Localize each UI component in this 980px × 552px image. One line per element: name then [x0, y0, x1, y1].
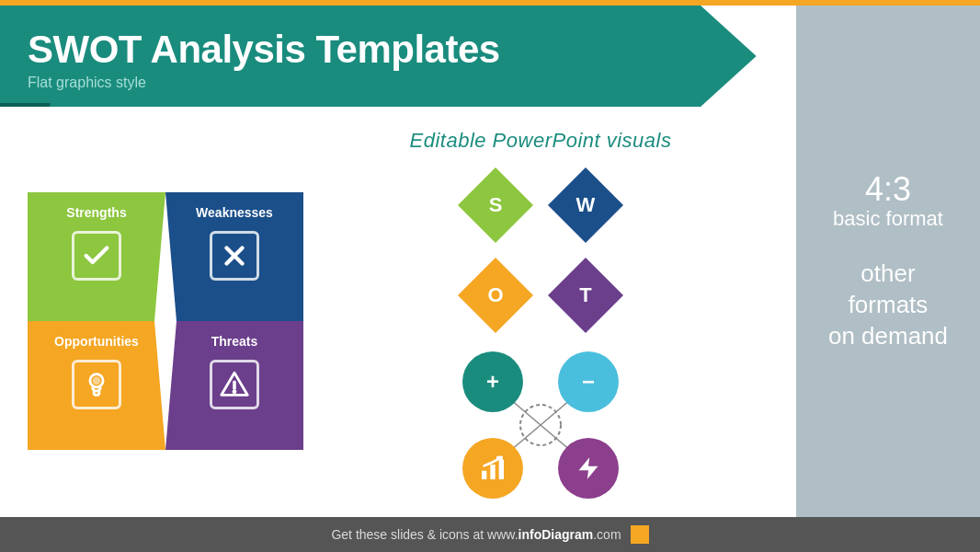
- banner-subtitle: Flat graphics style: [28, 75, 769, 91]
- threats-icon-box: [210, 360, 259, 409]
- svg-point-9: [520, 405, 561, 445]
- diamond-t: T: [548, 258, 623, 333]
- swot-cell-opportunities: Opportunities: [28, 321, 165, 450]
- warning-icon: [219, 369, 250, 400]
- strengths-icon-box: [72, 231, 121, 281]
- svg-line-10: [510, 399, 541, 425]
- diamond-s: S: [458, 167, 533, 243]
- sidebar-ratio: 4:3: [865, 171, 911, 208]
- opportunities-icon-box: [72, 360, 121, 409]
- right-visuals: Editable PowerPoint visuals S W O T: [303, 116, 778, 517]
- weaknesses-label: Weaknesses: [196, 205, 273, 220]
- footer-bar: Get these slides & icons at www.infoDiag…: [0, 517, 980, 552]
- sidebar-other: otherformatson demand: [828, 259, 948, 351]
- svg-rect-14: [482, 471, 486, 479]
- swot-grid: Strengths Weaknesses: [28, 192, 303, 450]
- threats-label: Threats: [211, 334, 258, 349]
- svg-rect-16: [499, 460, 504, 479]
- circles-cluster: + −: [462, 351, 619, 499]
- swot-grid-container: Strengths Weaknesses: [28, 125, 303, 517]
- diamond-container: S W O T: [458, 167, 623, 333]
- bulb-icon: [81, 369, 112, 400]
- circle-plus: +: [462, 351, 523, 412]
- main-content: SWOT Analysis Templates Flat graphics st…: [0, 6, 980, 517]
- content-row: Strengths Weaknesses: [0, 107, 796, 517]
- swot-cell-threats: Threats: [165, 321, 303, 450]
- left-area: SWOT Analysis Templates Flat graphics st…: [0, 6, 796, 517]
- check-icon: [81, 240, 112, 271]
- sidebar-format: basic format: [833, 207, 943, 231]
- chart-icon: [478, 454, 507, 483]
- footer-text: Get these slides & icons at www.infoDiag…: [331, 527, 621, 542]
- swot-cell-strengths: Strengths: [28, 192, 165, 321]
- cross-icon: [219, 240, 250, 271]
- svg-marker-17: [579, 457, 598, 478]
- svg-rect-15: [490, 465, 495, 479]
- title-banner: SWOT Analysis Templates Flat graphics st…: [0, 6, 796, 107]
- svg-point-8: [233, 390, 235, 393]
- opportunities-label: Opportunities: [54, 334, 139, 349]
- editable-label: Editable PowerPoint visuals: [410, 129, 672, 153]
- banner-title: SWOT Analysis Templates: [28, 29, 769, 71]
- svg-point-6: [93, 377, 99, 384]
- strengths-label: Strengths: [66, 205, 126, 220]
- weaknesses-icon-box: [210, 231, 259, 281]
- circle-chart: [462, 438, 523, 499]
- swot-cell-weaknesses: Weaknesses: [165, 192, 303, 321]
- sidebar: 4:3 basic format otherformatson demand: [796, 6, 980, 517]
- footer-brand: infoDiagram: [518, 527, 594, 542]
- footer-logo-square: [631, 525, 649, 544]
- circle-bolt: [558, 438, 619, 499]
- circle-minus: −: [558, 351, 619, 412]
- diamond-o: O: [458, 258, 533, 333]
- diamond-w: W: [548, 167, 623, 243]
- bolt-icon: [575, 455, 601, 481]
